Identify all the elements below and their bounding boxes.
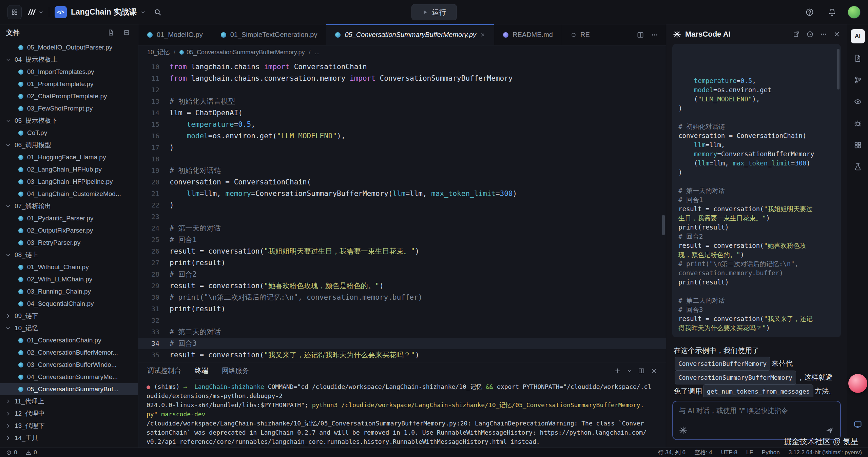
more-icon[interactable] (820, 31, 827, 38)
tree-file-04_ConversationSummaryMe...[interactable]: 04_ConversationSummaryMe... (0, 371, 138, 383)
code-line-25[interactable]: 25# 回合1 (138, 234, 666, 245)
code-editor[interactable]: 10from langchain.chains import Conversat… (138, 59, 666, 362)
panel-tab-终端[interactable]: 终端 (195, 362, 208, 379)
tree-file-01_ConversationChain.py[interactable]: 01_ConversationChain.py (0, 334, 138, 346)
tree-file-03_FewShotPrompt.py[interactable]: 03_FewShotPrompt.py (0, 102, 138, 115)
new-file-button[interactable] (105, 27, 116, 38)
run-button[interactable]: 运行 (411, 4, 457, 20)
global-search-button[interactable] (151, 5, 165, 19)
user-avatar[interactable] (848, 6, 861, 19)
tree-file-02_ConversationBufferMemor...[interactable]: 02_ConversationBufferMemor... (0, 346, 138, 359)
code-line-26[interactable]: 26result = conversation("我姐姐明天要过生日，我需要一束… (138, 245, 666, 257)
code-line-14[interactable]: 14llm = ChatOpenAI( (138, 107, 666, 119)
tree-folder-06_调用模型[interactable]: 06_调用模型 (0, 139, 138, 151)
breadcrumb-item[interactable]: ... (315, 49, 320, 56)
tree-folder-05_提示模板下[interactable]: 05_提示模板下 (0, 115, 138, 127)
tree-file-04_LangChain_CustomizeMod...[interactable]: 04_LangChain_CustomizeMod... (0, 188, 138, 200)
code-line-29[interactable]: 29result = conversation("她喜欢粉色玫瑰，颜色是粉色的。… (138, 280, 666, 292)
tree-folder-07_解析输出[interactable]: 07_解析输出 (0, 200, 138, 212)
code-line-27[interactable]: 27print(result) (138, 257, 666, 269)
code-line-10[interactable]: 10from langchain.chains import Conversat… (138, 61, 666, 73)
code-line-15[interactable]: 15 temperature=0.5, (138, 119, 666, 130)
source-control-button[interactable] (851, 73, 865, 87)
tree-folder-14_工具[interactable]: 14_工具 (0, 432, 138, 444)
code-line-18[interactable]: 18 (138, 153, 666, 165)
notifications-button[interactable] (825, 5, 839, 19)
new-terminal-icon[interactable] (614, 367, 621, 374)
problems-error[interactable]: 0 (6, 449, 17, 456)
ide-brand-button[interactable] (27, 8, 43, 17)
ai-activity-badge[interactable]: AI (851, 29, 865, 43)
close-icon[interactable] (833, 31, 840, 38)
new-chat-icon[interactable] (793, 31, 800, 38)
code-line-13[interactable]: 13# 初始化大语言模型 (138, 96, 666, 107)
code-line-17[interactable]: 17) (138, 142, 666, 153)
tree-file-CoT.py[interactable]: CoT.py (0, 127, 138, 139)
editor-scrollbar[interactable] (662, 215, 665, 235)
tree-file-05_ModelIO_OutputParser.py[interactable]: 05_ModelIO_OutputParser.py (0, 41, 138, 54)
tree-file-01_HuggingFace_Llama.py[interactable]: 01_HuggingFace_Llama.py (0, 151, 138, 163)
debug-button[interactable] (851, 117, 865, 130)
code-line-23[interactable]: 23 (138, 211, 666, 222)
tree-file-01_Pydantic_Parser.py[interactable]: 01_Pydantic_Parser.py (0, 212, 138, 224)
tree-folder-12_代理中[interactable]: 12_代理中 (0, 408, 138, 420)
tree-folder-08_链上[interactable]: 08_链上 (0, 249, 138, 261)
tree-file-02_ChatPromptTemplate.py[interactable]: 02_ChatPromptTemplate.py (0, 90, 138, 102)
workspace-menu-button[interactable] (7, 5, 22, 19)
ai-code-scrollbar[interactable] (837, 49, 840, 90)
code-line-19[interactable]: 19# 初始化对话链 (138, 165, 666, 176)
tree-folder-11_代理上[interactable]: 11_代理上 (0, 395, 138, 408)
editor-tab-RE[interactable]: RE (562, 24, 599, 45)
tree-file-02_OutputFixParser.py[interactable]: 02_OutputFixParser.py (0, 224, 138, 237)
status-item[interactable]: UTF-8 (721, 449, 737, 456)
export-file-button[interactable] (851, 52, 865, 65)
tree-file-00_ImportTemplates.py[interactable]: 00_ImportTemplates.py (0, 66, 138, 78)
code-line-34[interactable]: 34# 回合3 (138, 338, 666, 349)
tree-file-03_LangChain_HFPipeline.py[interactable]: 03_LangChain_HFPipeline.py (0, 176, 138, 188)
history-icon[interactable] (806, 31, 814, 38)
lab-button[interactable] (851, 160, 865, 174)
help-button[interactable] (803, 5, 816, 19)
ai-assistant-bubble[interactable] (848, 374, 867, 393)
code-line-21[interactable]: 21 llm=llm, memory=ConversationSummaryBu… (138, 188, 666, 199)
tree-file-02_With_LLMChain.py[interactable]: 02_With_LLMChain.py (0, 273, 138, 285)
code-line-32[interactable]: 32 (138, 315, 666, 326)
status-item[interactable]: 3.12.2 64-bit ('shims': pyenv) (789, 449, 862, 456)
tree-file-01_Without_Chain.py[interactable]: 01_Without_Chain.py (0, 261, 138, 273)
status-item[interactable]: LF (746, 449, 753, 456)
editor-tab-05_ConversationSummaryBufferMemory.py[interactable]: 05_ConversationSummaryBufferMemory.py (326, 24, 494, 45)
editor-tab-README.md[interactable]: README.md (494, 24, 562, 45)
ai-chat-input[interactable]: 与 AI 对话，或使用 "/" 唤起快捷指令 (672, 401, 841, 440)
split-editor-icon[interactable] (637, 31, 644, 39)
tree-file-04_SequentialChain.py[interactable]: 04_SequentialChain.py (0, 298, 138, 310)
tree-folder-04_提示模板上[interactable]: 04_提示模板上 (0, 54, 138, 66)
code-line-12[interactable]: 12 (138, 84, 666, 96)
code-line-33[interactable]: 33# 第二天的对话 (138, 326, 666, 338)
status-item[interactable]: 行 34, 列 6 (658, 449, 686, 456)
code-line-16[interactable]: 16 model=os.environ.get("LLM_MODELEND"), (138, 130, 666, 142)
tree-folder-13_代理下[interactable]: 13_代理下 (0, 420, 138, 432)
code-line-31[interactable]: 31print(result) (138, 303, 666, 315)
tree-file-02_LangChain_HFHub.py[interactable]: 02_LangChain_HFHub.py (0, 163, 138, 176)
breadcrumb-item[interactable]: 05_ConversationSummaryBufferMemory.py (179, 49, 305, 56)
code-line-20[interactable]: 20conversation = ConversationChain( (138, 176, 666, 188)
project-switcher[interactable]: </> LangChain 实战课 (55, 6, 146, 18)
tree-folder-09_链下[interactable]: 09_链下 (0, 310, 138, 322)
tree-file-03_Running_Chain.py[interactable]: 03_Running_Chain.py (0, 285, 138, 298)
breadcrumb-item[interactable]: 10_记忆 (147, 48, 170, 56)
extensions-button[interactable] (851, 138, 865, 152)
code-line-11[interactable]: 11from langchain.chains.conversation.mem… (138, 73, 666, 84)
code-line-35[interactable]: 35result = conversation("我又来了，还记得我昨天为什么要… (138, 349, 666, 361)
code-line-24[interactable]: 24# 第一天的对话 (138, 222, 666, 234)
code-line-22[interactable]: 22) (138, 199, 666, 211)
status-item[interactable]: 空格: 4 (694, 449, 712, 456)
tree-folder-10_记忆[interactable]: 10_记忆 (0, 322, 138, 334)
collapse-all-button[interactable] (121, 27, 132, 38)
marscode-spark-icon[interactable] (679, 426, 687, 434)
terminal-output[interactable]: ● (shims) → LangChain-shizhanke COMMAND=… (138, 379, 666, 448)
close-panel-icon[interactable] (651, 368, 657, 374)
editor-tab-01_ModelIO.py[interactable]: 01_ModelIO.py (138, 24, 212, 45)
editor-tab-01_SimpleTextGeneration.py[interactable]: 01_SimpleTextGeneration.py (212, 24, 327, 45)
ai-conversation[interactable]: temperature=0.5, model=os.environ.get ("… (666, 44, 847, 397)
tree-file-03_ConversationBufferWindo...[interactable]: 03_ConversationBufferWindo... (0, 359, 138, 371)
